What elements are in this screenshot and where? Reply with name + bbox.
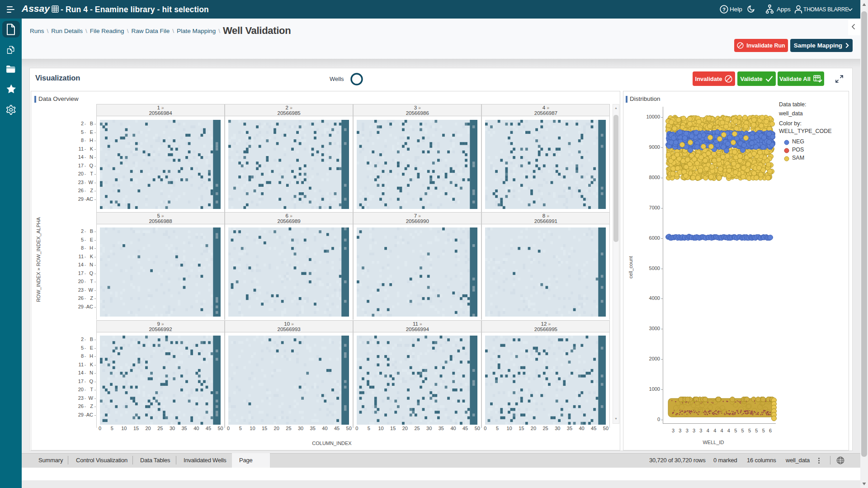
svg-text:?: ?: [722, 7, 726, 12]
